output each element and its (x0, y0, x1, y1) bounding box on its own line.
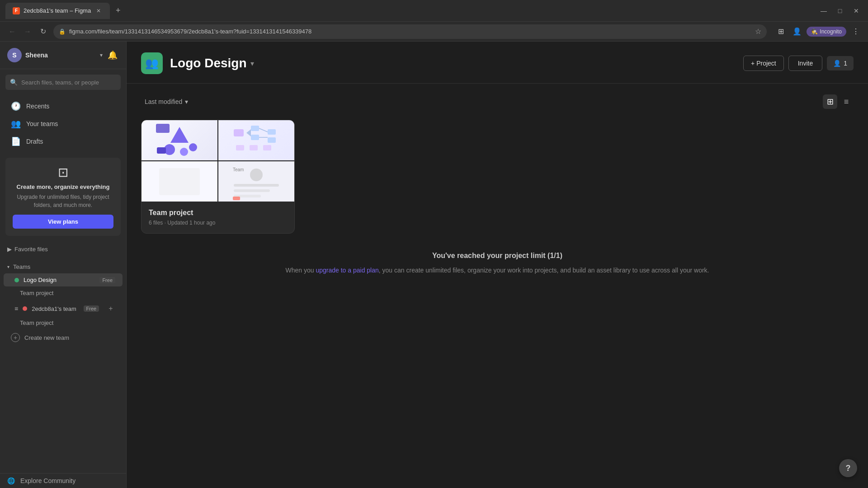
logo-design-badge: Free (99, 277, 115, 283)
2edcb8a1-add-btn[interactable]: + (106, 304, 115, 313)
thumbnail-2 (218, 120, 294, 160)
svg-line-12 (259, 128, 268, 132)
sort-chevron-icon: ▾ (185, 98, 188, 105)
sidebar-subitem-logo-design-team-project[interactable]: Team project (4, 287, 123, 299)
members-btn[interactable]: 👤 1 (827, 56, 854, 70)
svg-rect-21 (234, 189, 270, 192)
minimize-btn[interactable]: — (817, 5, 830, 17)
incognito-label: Incognito (820, 28, 842, 35)
invite-btn[interactable]: Invite (788, 56, 822, 71)
teams-section: ▾ Teams Logo Design Free Team project ≡ … (0, 257, 126, 350)
add-project-btn[interactable]: + Project (743, 56, 784, 71)
members-count: 1 (844, 60, 847, 67)
create-team-icon: + (11, 333, 20, 342)
project-card[interactable]: Team Team project 6 files · Updated 1 ho… (141, 120, 295, 234)
limit-desc-before: When you (286, 267, 316, 274)
nav-controls: ← → ↻ (5, 25, 50, 38)
address-bar[interactable]: 🔒 figma.com/files/team/13314131465349536… (53, 24, 767, 39)
drafts-label: Drafts (26, 138, 43, 145)
svg-rect-8 (251, 135, 259, 140)
tab-favicon: F (13, 7, 20, 14)
close-btn[interactable]: ✕ (850, 5, 863, 17)
view-grid-btn[interactable]: ⊞ (823, 94, 837, 109)
thumbnail-4: Team (218, 161, 294, 202)
svg-rect-6 (234, 129, 244, 136)
svg-rect-23 (233, 197, 240, 200)
svg-point-19 (250, 169, 263, 181)
window-controls: — □ ✕ (817, 5, 863, 17)
limit-title: You've reached your project limit (1/1) (141, 252, 854, 260)
limit-section: You've reached your project limit (1/1) … (141, 252, 854, 275)
create-team-label: Create new team (24, 334, 69, 341)
limit-desc-after: , you can create unlimited files, organi… (379, 267, 709, 274)
project-info: Team project 6 files · Updated 1 hour ag… (142, 202, 294, 233)
user-chevron-icon[interactable]: ▾ (100, 52, 103, 58)
grid-icon: ⊞ (827, 97, 834, 107)
avatar-initial: S (12, 52, 16, 59)
back-btn[interactable]: ← (5, 25, 19, 38)
favorite-files-section: ▶ Favorite files (0, 241, 126, 257)
logo-design-dot (14, 278, 19, 282)
sort-btn[interactable]: Last modified ▾ (141, 95, 192, 108)
sidebar-item-recents[interactable]: 🕐 Recents (4, 98, 123, 115)
upgrade-box: ⊡ Create more, organize everything Upgra… (5, 158, 121, 236)
svg-rect-16 (263, 145, 271, 150)
drafts-icon: 📄 (11, 136, 21, 146)
content-area: Last modified ▾ ⊞ ≡ (127, 84, 868, 488)
thumbnail-3-svg (152, 161, 207, 202)
main-content: 👥 Logo Design ▾ + Project Invite 👤 1 Las… (127, 42, 868, 488)
svg-marker-11 (246, 129, 251, 136)
sidebar-item-your-teams[interactable]: 👥 Your teams (4, 115, 123, 132)
svg-point-3 (180, 148, 188, 156)
favorite-files-label: Favorite files (14, 246, 48, 253)
active-tab[interactable]: F 2edcb8a1's team – Figma ✕ (5, 3, 110, 19)
svg-point-4 (189, 143, 197, 151)
sidebar-bottom: 🌐 Explore Community (0, 473, 126, 488)
sidebar-item-2edcb8a1-team[interactable]: ≡ 2edcb8a1's team Free + (4, 301, 123, 316)
svg-rect-5 (157, 147, 166, 154)
svg-text:Team: Team (233, 167, 244, 172)
menu-btn[interactable]: ⋮ (849, 25, 863, 38)
maximize-btn[interactable]: □ (834, 5, 846, 17)
tab-bar: F 2edcb8a1's team – Figma ✕ + (5, 3, 814, 19)
upgrade-title: Create more, organize everything (13, 183, 113, 190)
list-icon: ≡ (844, 97, 849, 107)
lock-icon: 🔒 (59, 28, 66, 35)
sidebar-item-explore-community[interactable]: 🌐 Explore Community (0, 473, 126, 488)
browser-actions: ⊞ 👤 🕵️ Incognito ⋮ (774, 25, 863, 38)
team-name: Logo Design (170, 56, 247, 70)
profile-btn[interactable]: 👤 (790, 25, 804, 38)
sidebar-subitem-2edcb8a1-team-project[interactable]: Team project (4, 317, 123, 329)
thumbnail-1-svg (152, 120, 207, 160)
svg-rect-0 (156, 124, 170, 133)
svg-marker-1 (170, 127, 189, 143)
header-actions: + Project Invite 👤 1 (743, 56, 854, 71)
view-list-btn[interactable]: ≡ (839, 94, 854, 109)
thumbnail-4-svg: Team (229, 161, 283, 202)
search-icon: 🔍 (10, 79, 18, 86)
create-new-team[interactable]: + Create new team (4, 329, 123, 346)
notification-btn[interactable]: 🔔 (106, 49, 119, 61)
help-btn[interactable]: ? (839, 459, 857, 477)
view-plans-btn[interactable]: View plans (13, 215, 113, 229)
svg-rect-9 (268, 129, 276, 135)
sidebar-item-logo-design[interactable]: Logo Design Free (4, 273, 123, 286)
favorite-files-header[interactable]: ▶ Favorite files (0, 243, 126, 255)
sidebar-item-drafts[interactable]: 📄 Drafts (4, 133, 123, 150)
teams-section-header[interactable]: ▾ Teams (0, 261, 126, 273)
forward-btn[interactable]: → (21, 25, 34, 38)
2edcb8a1-badge: Free (84, 305, 99, 312)
tab-close-btn[interactable]: ✕ (94, 7, 103, 15)
search-placeholder: Search files, teams, or people (21, 79, 99, 86)
svg-rect-20 (234, 184, 279, 187)
team-name-chevron-icon[interactable]: ▾ (250, 59, 254, 68)
search-bar[interactable]: 🔍 Search files, teams, or people (5, 75, 121, 90)
view-btns: ⊞ ≡ (823, 94, 854, 109)
extensions-btn[interactable]: ⊞ (774, 25, 788, 38)
2edcb8a1-team-name: 2edcb8a1's team (32, 305, 76, 312)
upgrade-link[interactable]: upgrade to a paid plan (316, 267, 378, 274)
bookmark-icon[interactable]: ☆ (755, 27, 761, 36)
refresh-btn[interactable]: ↻ (36, 25, 50, 38)
new-tab-btn[interactable]: + (112, 5, 124, 17)
sidebar: S Sheena ▾ 🔔 🔍 Search files, teams, or p… (0, 42, 127, 488)
